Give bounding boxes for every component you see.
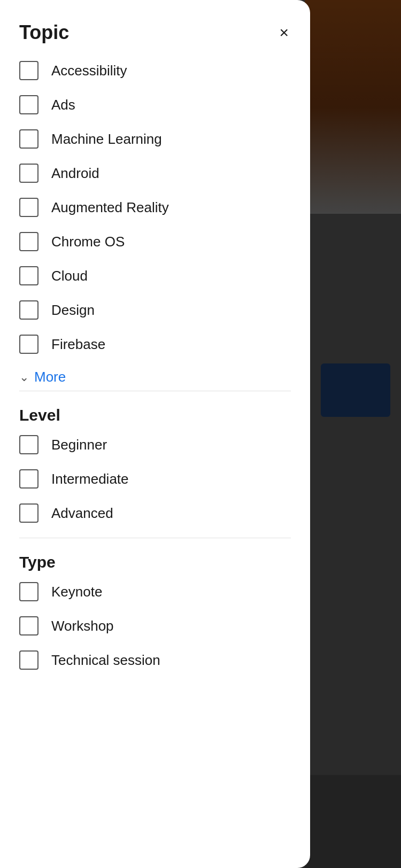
type-item-workshop[interactable]: Workshop — [19, 616, 291, 636]
topic-label-chrome-os: Chrome OS — [51, 234, 125, 250]
modal-title: Topic — [19, 21, 69, 44]
level-item-beginner[interactable]: Beginner — [19, 435, 291, 454]
topic-checkbox-augmented-reality[interactable] — [19, 198, 38, 217]
level-label-intermediate: Intermediate — [51, 471, 129, 487]
topic-label-accessibility: Accessibility — [51, 63, 127, 79]
topic-section: Accessibility Ads Machine Learning Andro… — [19, 61, 291, 385]
topic-checkbox-firebase[interactable] — [19, 335, 38, 354]
more-label: More — [34, 369, 66, 385]
topic-checkbox-chrome-os[interactable] — [19, 232, 38, 251]
level-label-advanced: Advanced — [51, 505, 113, 522]
level-item-intermediate[interactable]: Intermediate — [19, 469, 291, 489]
topic-checkbox-design[interactable] — [19, 300, 38, 320]
type-label-keynote: Keynote — [51, 584, 102, 600]
type-label-workshop: Workshop — [51, 618, 114, 634]
topic-item-ads[interactable]: Ads — [19, 95, 291, 114]
type-checkbox-keynote[interactable] — [19, 582, 38, 601]
type-item-technical-session[interactable]: Technical session — [19, 650, 291, 670]
topic-item-machine-learning[interactable]: Machine Learning — [19, 129, 291, 149]
type-checkbox-technical-session[interactable] — [19, 650, 38, 670]
type-checkbox-workshop[interactable] — [19, 616, 38, 636]
topic-label-machine-learning: Machine Learning — [51, 131, 162, 148]
topic-item-design[interactable]: Design — [19, 300, 291, 320]
topic-checkbox-machine-learning[interactable] — [19, 129, 38, 149]
more-button[interactable]: ⌄ More — [19, 369, 66, 385]
type-section-title: Type — [19, 553, 291, 571]
topic-checkbox-accessibility[interactable] — [19, 61, 38, 80]
topic-label-ads: Ads — [51, 97, 75, 113]
level-section-title: Level — [19, 406, 291, 424]
level-checkbox-beginner[interactable] — [19, 435, 38, 454]
level-checkbox-advanced[interactable] — [19, 503, 38, 523]
close-button[interactable]: × — [277, 22, 291, 43]
type-section: Type Keynote Workshop Technical session — [19, 553, 291, 670]
topic-item-cloud[interactable]: Cloud — [19, 266, 291, 285]
level-label-beginner: Beginner — [51, 437, 107, 453]
topic-item-firebase[interactable]: Firebase — [19, 335, 291, 354]
topic-checkbox-android[interactable] — [19, 164, 38, 183]
topic-label-design: Design — [51, 302, 95, 319]
level-item-advanced[interactable]: Advanced — [19, 503, 291, 523]
topic-item-augmented-reality[interactable]: Augmented Reality — [19, 198, 291, 217]
topic-label-cloud: Cloud — [51, 268, 88, 284]
modal-header: Topic × — [19, 21, 291, 44]
topic-item-chrome-os[interactable]: Chrome OS — [19, 232, 291, 251]
level-section: Level Beginner Intermediate Advanced — [19, 406, 291, 523]
topic-item-android[interactable]: Android — [19, 164, 291, 183]
level-checkbox-intermediate[interactable] — [19, 469, 38, 489]
topic-checkbox-cloud[interactable] — [19, 266, 38, 285]
topic-label-android: Android — [51, 165, 99, 182]
chevron-down-icon: ⌄ — [19, 371, 29, 383]
topic-label-firebase: Firebase — [51, 336, 105, 353]
type-item-keynote[interactable]: Keynote — [19, 582, 291, 601]
topic-item-accessibility[interactable]: Accessibility — [19, 61, 291, 80]
topic-label-augmented-reality: Augmented Reality — [51, 199, 169, 216]
filter-modal: Topic × Accessibility Ads Machine Learni… — [0, 0, 310, 868]
divider-level — [19, 391, 291, 391]
topic-checkbox-ads[interactable] — [19, 95, 38, 114]
type-label-technical-session: Technical session — [51, 652, 160, 669]
divider-type — [19, 538, 291, 538]
